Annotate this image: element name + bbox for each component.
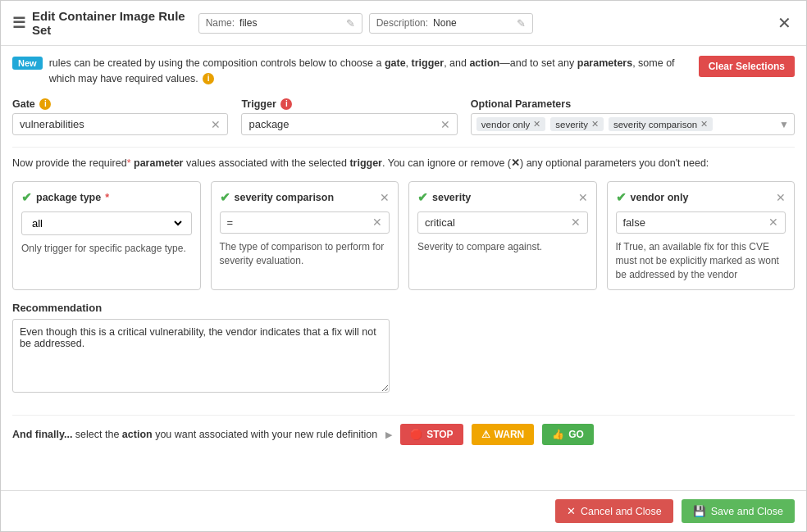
stop-label: STOP <box>426 429 453 440</box>
modal-header: ☰ Edit Container Image Rule Set Name: fi… <box>1 1 806 46</box>
param-clear-vendor-only[interactable]: ✕ <box>768 216 778 228</box>
save-icon: 💾 <box>693 505 706 517</box>
gate-value: vulnerabilities <box>20 118 206 130</box>
modal-footer: ✕ Cancel and Close 💾 Save and Close <box>1 490 806 531</box>
close-button[interactable]: ✕ <box>774 13 795 33</box>
param-value-severity: critical ✕ <box>417 211 588 234</box>
description-field: Description: None ✎ <box>369 13 533 34</box>
param-card-severity: ✔ severity ✕ critical ✕ Severity to comp… <box>408 181 597 290</box>
param-clear-severity[interactable]: ✕ <box>571 216 581 228</box>
go-icon: 👍 <box>552 429 564 440</box>
required-text: Now provide the required* parameter valu… <box>12 156 795 171</box>
param-value-vendor-only: false ✕ <box>616 211 786 234</box>
trigger-info-icon: i <box>280 98 292 110</box>
warn-icon: ⚠ <box>481 429 490 440</box>
param-title-vendor-only: ✔ vendor only <box>616 190 689 205</box>
tag-severity-comparison-label: severity comparison <box>613 120 697 130</box>
param-label-severity-comparison: severity comparison <box>235 192 335 203</box>
description-label: Description: <box>376 17 428 29</box>
save-label: Save and Close <box>711 506 783 517</box>
title-line1: Edit Container Image Rule <box>32 9 185 23</box>
tag-vendor-only-remove[interactable]: ✕ <box>533 119 540 130</box>
param-check-icon-severity: ✔ <box>417 190 428 205</box>
trigger-value: package <box>248 118 435 130</box>
package-type-select[interactable]: all npm java python ruby gem go nuget <box>29 216 185 230</box>
param-label-vendor-only: vendor only <box>631 192 689 203</box>
gate-clear-button[interactable]: ✕ <box>211 119 221 130</box>
info-text: rules can be created by using the compos… <box>49 56 692 87</box>
tag-vendor-only: vendor only ✕ <box>476 117 545 131</box>
trigger-group: Trigger i package ✕ <box>241 98 457 136</box>
header-fields: Name: files ✎ Description: None ✎ <box>198 13 761 34</box>
param-value-severity-comparison: = ✕ <box>220 211 390 234</box>
param-card-vendor-only-header: ✔ vendor only ✕ <box>616 190 786 205</box>
clear-selections-button[interactable]: Clear Selections <box>699 56 795 77</box>
param-title-package-type: ✔ package type* <box>21 190 109 205</box>
gate-info-icon: i <box>39 98 51 110</box>
param-card-package-type: ✔ package type* all npm java python ruby… <box>12 181 201 290</box>
params-grid: ✔ package type* all npm java python ruby… <box>12 181 795 290</box>
go-label: GO <box>568 429 584 440</box>
cancel-icon: ✕ <box>567 505 576 517</box>
param-desc-vendor-only: If True, an available fix for this CVE m… <box>616 240 786 281</box>
optional-group: Optional Parameters vendor only ✕ severi… <box>471 98 795 135</box>
param-remove-severity-comparison[interactable]: ✕ <box>380 192 390 203</box>
param-desc-package-type: Only trigger for specific package type. <box>21 242 192 256</box>
name-field: Name: files ✎ <box>198 13 362 34</box>
name-label: Name: <box>206 17 235 29</box>
warn-button[interactable]: ⚠ WARN <box>472 424 535 445</box>
stop-button[interactable]: 🛑 STOP <box>400 424 463 445</box>
param-desc-severity: Severity to compare against. <box>417 240 588 254</box>
info-icon: i <box>203 73 214 84</box>
description-edit-icon[interactable]: ✎ <box>517 17 526 30</box>
param-check-icon-package-type: ✔ <box>21 190 32 205</box>
param-card-package-type-header: ✔ package type* <box>21 190 192 205</box>
tag-vendor-only-label: vendor only <box>481 120 530 130</box>
param-card-severity-header: ✔ severity ✕ <box>417 190 588 205</box>
warn-label: WARN <box>495 429 525 440</box>
cancel-close-button[interactable]: ✕ Cancel and Close <box>555 499 673 523</box>
param-val-severity: critical <box>425 216 568 229</box>
optional-tags: vendor only ✕ severity ✕ severity compar… <box>471 113 795 135</box>
tag-severity-label: severity <box>555 120 588 130</box>
param-val-severity-comparison: = <box>227 216 370 229</box>
tag-severity-remove[interactable]: ✕ <box>591 119 599 130</box>
param-label-package-type: package type <box>36 192 101 203</box>
param-remove-vendor-only[interactable]: ✕ <box>776 192 786 203</box>
action-row: And finally... select the action you wan… <box>12 424 795 445</box>
trigger-label: Trigger i <box>241 98 457 111</box>
optional-label: Optional Parameters <box>471 98 795 110</box>
param-clear-severity-comparison[interactable]: ✕ <box>372 216 382 228</box>
param-title-severity-comparison: ✔ severity comparison <box>220 190 335 205</box>
go-button[interactable]: 👍 GO <box>542 424 594 445</box>
param-card-severity-comparison: ✔ severity comparison ✕ = ✕ The type of … <box>211 181 399 290</box>
recommendation-textarea[interactable] <box>12 319 390 393</box>
tag-severity-comparison-remove[interactable]: ✕ <box>700 119 708 130</box>
optional-dropdown-arrow[interactable]: ▼ <box>779 119 789 130</box>
param-check-icon-severity-comparison: ✔ <box>220 190 230 205</box>
param-label-severity: severity <box>432 192 471 203</box>
param-required-star: * <box>105 192 109 203</box>
action-text: And finally... select the action you wan… <box>12 429 377 440</box>
save-close-button[interactable]: 💾 Save and Close <box>682 499 795 523</box>
description-value: None <box>433 17 457 29</box>
info-banner: New rules can be created by using the co… <box>12 56 795 87</box>
gate-group: Gate i vulnerabilities ✕ <box>12 98 228 136</box>
title-line2: Set <box>32 23 185 37</box>
trigger-clear-button[interactable]: ✕ <box>440 119 450 130</box>
controls-row: Gate i vulnerabilities ✕ Trigger i packa… <box>12 98 795 136</box>
recommendation-label: Recommendation <box>12 302 795 314</box>
modal-body: New rules can be created by using the co… <box>1 46 806 490</box>
param-val-vendor-only: false <box>623 216 766 229</box>
name-value: files <box>239 17 257 29</box>
name-edit-icon[interactable]: ✎ <box>346 17 355 30</box>
param-card-vendor-only: ✔ vendor only ✕ false ✕ If True, an avai… <box>607 181 796 290</box>
modal-title: ☰ Edit Container Image Rule Set <box>12 9 185 37</box>
param-card-severity-comparison-header: ✔ severity comparison ✕ <box>220 190 390 205</box>
gate-input: vulnerabilities ✕ <box>12 113 228 135</box>
param-remove-severity[interactable]: ✕ <box>578 192 588 203</box>
param-value-package-type[interactable]: all npm java python ruby gem go nuget <box>21 211 192 235</box>
action-arrow: ▶ <box>385 430 392 440</box>
tag-severity: severity ✕ <box>550 117 604 131</box>
new-badge: New <box>12 57 43 70</box>
